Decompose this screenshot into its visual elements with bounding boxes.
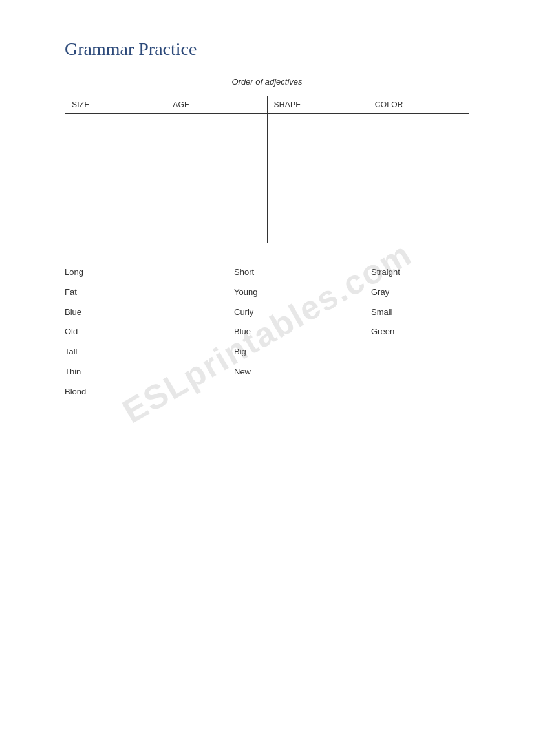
adjectives-table: SIZE AGE SHAPE COLOR (65, 96, 469, 243)
table-cell-shape (267, 114, 368, 243)
list-item: Fat (65, 283, 163, 303)
list-item: New (234, 362, 332, 382)
list-item: Straight (371, 263, 469, 283)
list-item: Blue (234, 322, 332, 342)
table-header-age: AGE (166, 96, 267, 114)
list-item: Curly (234, 303, 332, 323)
word-column-3: StraightGraySmallGreen (371, 263, 469, 402)
table-cell-age (166, 114, 267, 243)
list-item: Green (371, 322, 469, 342)
table-header-color: COLOR (368, 96, 469, 114)
word-lists-section: LongFatBlueOldTallThinBlond ShortYoungCu… (65, 263, 469, 402)
word-column-1: LongFatBlueOldTallThinBlond (65, 263, 163, 402)
list-item: Long (65, 263, 163, 283)
list-item: Big (234, 342, 332, 362)
list-item: Short (234, 263, 332, 283)
table-header-size: SIZE (65, 96, 166, 114)
title-divider (65, 65, 469, 65)
subtitle: Order of adjectives (65, 77, 469, 87)
list-item: Tall (65, 342, 163, 362)
list-item: Small (371, 303, 469, 323)
list-item: Young (234, 283, 332, 303)
page-title: Grammar Practice (65, 39, 469, 59)
word-column-2: ShortYoungCurlyBlueBigNew (234, 263, 332, 402)
list-item: Old (65, 322, 163, 342)
list-item: Thin (65, 362, 163, 382)
list-item: Gray (371, 283, 469, 303)
table-cell-color (368, 114, 469, 243)
list-item: Blond (65, 382, 163, 402)
list-item: Blue (65, 303, 163, 323)
table-cell-size (65, 114, 166, 243)
table-header-shape: SHAPE (267, 96, 368, 114)
